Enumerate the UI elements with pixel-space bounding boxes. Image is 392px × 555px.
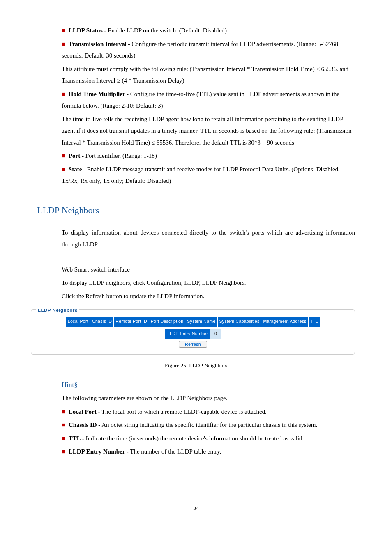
- table-header-row: Local Port Chasis ID Remote Port ID Port…: [66, 317, 320, 327]
- hint-intro: The following parameters are shown on th…: [62, 392, 355, 404]
- col-local-port: Local Port: [66, 317, 90, 327]
- bullet-text: The number of the LLDP table entry.: [129, 448, 221, 455]
- bullet-state: ■ State - Enable LLDP message transmit a…: [62, 164, 355, 187]
- bullet-lldp-status: ■ LLDP Status - Enable LLDP on the switc…: [62, 25, 355, 37]
- bullet-extra-text: The time-to-live tells the receiving LLD…: [62, 113, 355, 149]
- bullet-label: State -: [69, 166, 85, 173]
- bullet-transmission-interval: ■ Transmission Interval - Configure the …: [62, 38, 355, 62]
- bullet-label: LLDP Entry Number -: [69, 448, 129, 455]
- bullet-text: The local port to which a remote LLDP-ca…: [100, 408, 266, 415]
- square-bullet-icon: ■: [62, 41, 65, 47]
- section-title-lldp-neighbors: LLDP Neighbors: [37, 202, 355, 219]
- bullet-label: Local Port -: [69, 408, 100, 415]
- hint-title: Hint§: [62, 378, 355, 391]
- col-remote-port: Remote Port ID: [114, 317, 149, 327]
- bullet-text: Port identifier. (Range: 1-18): [84, 152, 157, 159]
- square-bullet-icon: ■: [62, 152, 65, 159]
- hint-item-local-port: ■ Local Port - The local port to which a…: [62, 406, 355, 418]
- col-mgmt-addr: Maragement Address: [261, 317, 308, 327]
- col-system-name: System Name: [185, 317, 217, 327]
- square-bullet-icon: ■: [62, 421, 65, 428]
- bullet-label: LLDP Status -: [69, 27, 106, 34]
- top-bullet-block: ■ LLDP Status - Enable LLDP on the switc…: [62, 25, 355, 187]
- bullet-label: Port -: [69, 152, 84, 159]
- square-bullet-icon: ■: [62, 166, 65, 173]
- bullet-text: An octet string indicating the specific …: [100, 421, 317, 428]
- refresh-button[interactable]: Refresh: [179, 341, 207, 348]
- bullet-hold-time-multiplier: ■ Hold Time Multiplier - Configure the t…: [62, 88, 355, 112]
- bullet-text: Enable LLDP on the switch. (Default: Dis…: [106, 27, 227, 34]
- hint-item-entry-number: ■ LLDP Entry Number - The number of the …: [62, 446, 355, 458]
- entry-number-value: 0: [210, 329, 221, 339]
- square-bullet-icon: ■: [62, 91, 65, 97]
- col-port-desc: Port Description: [149, 317, 185, 327]
- square-bullet-icon: ■: [62, 408, 65, 415]
- bullet-label: TTL -: [69, 435, 84, 442]
- section-body: To display information about devices con…: [62, 227, 355, 302]
- bullet-port: ■ Port - Port identifier. (Range: 1-18): [62, 150, 355, 162]
- square-bullet-icon: ■: [62, 435, 65, 442]
- hint-item-ttl: ■ TTL - Indicate the time (in seconds) t…: [62, 433, 355, 444]
- bullet-label: Transmission Interval -: [69, 41, 130, 47]
- figure-legend: LLDP Neighbors: [36, 306, 79, 315]
- hint-section: Hint§ The following parameters are shown…: [62, 378, 355, 458]
- entry-number-label: LLDP Entry Number: [165, 329, 210, 339]
- navigation-line: To display LLDP neighbors, click Configu…: [62, 277, 355, 289]
- refresh-instruction-line: Click the Refresh button to update the L…: [62, 290, 355, 302]
- section-intro: To display information about devices con…: [62, 227, 355, 250]
- bullet-label: Hold Time Multiplier -: [69, 91, 129, 97]
- figure-caption: Figure 25: LLDP Neighbors: [37, 360, 355, 371]
- bullet-text: Enable LLDP message transmit and receive…: [62, 166, 340, 184]
- col-system-cap: System Capabilities: [217, 317, 261, 327]
- web-interface-line: Web Smart switch interface: [62, 264, 355, 276]
- col-ttl: TTL: [308, 317, 320, 327]
- bullet-label: Chassis ID -: [69, 421, 101, 428]
- bullet-text: Indicate the time (in seconds) the remot…: [84, 435, 304, 442]
- bullet-extra-text: This attribute must comply with the foll…: [62, 63, 355, 87]
- page-number: 34: [37, 503, 355, 514]
- hint-item-chassis-id: ■ Chassis ID - An octet string indicatin…: [62, 419, 355, 431]
- col-chasis-id: Chasis ID: [90, 317, 114, 327]
- square-bullet-icon: ■: [62, 27, 65, 34]
- entry-number-row: LLDP Entry Number0: [36, 329, 350, 339]
- lldp-neighbors-figure: LLDP Neighbors Local Port Chasis ID Remo…: [31, 309, 355, 355]
- lldp-neighbors-table: Local Port Chasis ID Remote Port ID Port…: [66, 316, 320, 327]
- square-bullet-icon: ■: [62, 448, 65, 455]
